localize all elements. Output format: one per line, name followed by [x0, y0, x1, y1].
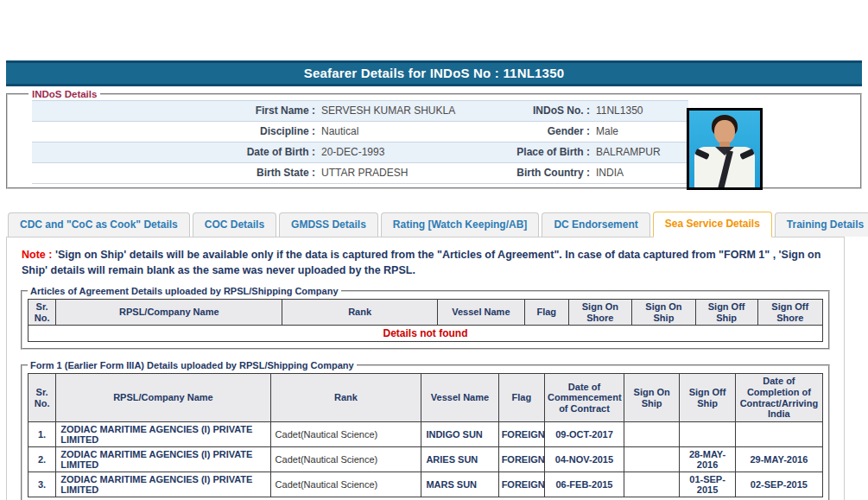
form1-section: Form 1 (Earlier Form IIIA) Details uploa… [21, 360, 830, 500]
column-header: Sign On Shore [568, 300, 632, 326]
indos-details-section: INDoS Details First Name :SERVESH KUMAR … [6, 89, 862, 189]
field-label: Gender : [466, 122, 596, 142]
articles-of-agreement-section: Articles of Agreement Details uploaded b… [21, 286, 830, 350]
table-row: 2.ZODIAC MARITIME AGENCIES (I) PRIVATE L… [29, 446, 823, 472]
indos-row: Discipline :NauticalGender :Male [32, 122, 688, 142]
column-header: Sr. No. [29, 300, 56, 326]
field-value: Nautical [321, 122, 466, 142]
field-value: BALRAMPUR [596, 142, 688, 162]
indos-row: Birth State :UTTAR PRADESHBirth Country … [32, 163, 688, 184]
column-header: RPSL/Company Name [56, 300, 282, 326]
cell-vessel: ARIES SUN [421, 446, 498, 472]
cell-sign-on-ship [624, 421, 679, 446]
cell-commencement: 04-NOV-2015 [544, 446, 624, 472]
cell-completion: 02-SEP-2015 [735, 472, 822, 497]
field-value: SERVESH KUMAR SHUKLA [321, 101, 466, 121]
form1-legend: Form 1 (Earlier Form IIIA) Details uploa… [28, 360, 357, 370]
cell-commencement: 09-OCT-2017 [544, 421, 624, 446]
column-header: Date of Completion of Contract/Arriving … [735, 374, 822, 422]
photo-face [714, 120, 735, 144]
column-header: Rank [270, 374, 421, 422]
indos-row: Date of Birth :20-DEC-1993Place of Birth… [32, 142, 688, 163]
column-header: Rank [282, 300, 437, 326]
cell-sign-off-ship: 01-SEP-2015 [680, 472, 735, 497]
table-row: 1.ZODIAC MARITIME AGENCIES (I) PRIVATE L… [29, 421, 823, 446]
cell-rank: Cadet(Nautical Science) [270, 421, 421, 446]
tab-training[interactable]: Training Details [775, 212, 868, 237]
cell-completion: 29-MAY-2016 [735, 446, 822, 472]
cell-sign-off-ship [680, 421, 735, 446]
field-value: UTTAR PRADESH [321, 163, 466, 183]
note-label: Note : [22, 249, 52, 261]
field-label: Birth State : [32, 163, 321, 183]
field-label: Place of Birth : [466, 142, 596, 162]
cell-flag: FOREIGN [498, 446, 544, 472]
form1-table: Sr. No.RPSL/Company NameRankVessel NameF… [28, 373, 823, 497]
indos-details-legend: INDoS Details [29, 89, 100, 99]
field-value: 11NL1350 [596, 101, 688, 121]
column-header: Sr. No. [29, 374, 56, 422]
cell-rank: Cadet(Nautical Science) [270, 446, 421, 472]
cell-vessel: MARS SUN [421, 472, 498, 497]
column-header: Sign On Ship [624, 374, 679, 422]
tab-sea-service[interactable]: Sea Service Details [653, 212, 772, 237]
cell-company: ZODIAC MARITIME AGENCIES (I) PRIVATE LIM… [56, 446, 270, 472]
table-row: Details not found [29, 326, 823, 342]
header-row: Sr. No.RPSL/Company NameRankVessel NameF… [29, 300, 823, 326]
field-label: Date of Birth : [32, 142, 321, 162]
column-header: Sign Off Ship [695, 300, 757, 326]
tab-dc-endorsement[interactable]: DC Endorsement [542, 212, 649, 237]
cell-sign-off-ship: 28-MAY-2016 [680, 446, 735, 472]
form1-head: Sr. No.RPSL/Company NameRankVessel NameF… [29, 374, 823, 422]
cell-flag: FOREIGN [498, 421, 544, 446]
cell-sr: 1. [29, 421, 56, 446]
cell-commencement: 06-FEB-2015 [544, 472, 624, 497]
cell-company: ZODIAC MARITIME AGENCIES (I) PRIVATE LIM… [56, 472, 270, 497]
cell-flag: FOREIGN [498, 472, 544, 497]
cell-sr: 2. [29, 446, 56, 472]
column-header: Vessel Name [437, 300, 524, 326]
tab-gmdss[interactable]: GMDSS Details [279, 212, 378, 237]
cell-vessel: INDIGO SUN [421, 421, 498, 446]
note-text: Note : 'Sign on Ship' details will be av… [22, 248, 829, 278]
form1-body: 1.ZODIAC MARITIME AGENCIES (I) PRIVATE L… [29, 421, 823, 497]
page-title: Seafarer Details for INDoS No : 11NL1350 [6, 60, 862, 86]
field-label: INDoS No. : [466, 101, 596, 121]
column-header: Flag [498, 374, 544, 422]
tab-cdc-coc-as-cook[interactable]: CDC and "CoC as Cook" Details [8, 212, 190, 237]
field-label: Birth Country : [466, 163, 596, 183]
table-row: 3.ZODIAC MARITIME AGENCIES (I) PRIVATE L… [29, 472, 823, 497]
articles-head: Sr. No.RPSL/Company NameRankVessel NameF… [29, 300, 823, 326]
column-header: Sign Off Shore [757, 300, 823, 326]
details-not-found-message: Details not found [29, 326, 823, 342]
cell-completion [735, 421, 822, 446]
cell-sign-on-ship [624, 446, 679, 472]
seafarer-photo [687, 108, 763, 190]
column-header: Flag [524, 300, 568, 326]
field-value: INDIA [596, 163, 688, 183]
cell-sign-on-ship [624, 472, 679, 497]
field-value: 20-DEC-1993 [321, 142, 466, 162]
column-header: Vessel Name [421, 374, 498, 422]
header-row: Sr. No.RPSL/Company NameRankVessel NameF… [29, 374, 823, 422]
cell-sr: 3. [29, 472, 56, 497]
field-label: First Name : [32, 101, 321, 121]
sea-service-panel: Note : 'Sign on Ship' details will be av… [6, 237, 845, 500]
column-header: Sign On Ship [632, 300, 696, 326]
cell-company: ZODIAC MARITIME AGENCIES (I) PRIVATE LIM… [56, 421, 270, 446]
tab-coc[interactable]: COC Details [193, 212, 276, 237]
tab-rating[interactable]: Rating [Watch Keeping/AB] [381, 212, 540, 237]
column-header: RPSL/Company Name [56, 374, 270, 422]
field-label: Discipline : [32, 122, 321, 142]
articles-table: Sr. No.RPSL/Company NameRankVessel NameF… [28, 299, 823, 342]
indos-rows: First Name :SERVESH KUMAR SHUKLAINDoS No… [32, 100, 688, 184]
column-header: Sign Off Ship [680, 374, 735, 422]
field-value: Male [596, 122, 688, 142]
articles-legend: Articles of Agreement Details uploaded b… [28, 286, 341, 296]
indos-row: First Name :SERVESH KUMAR SHUKLAINDoS No… [32, 101, 688, 122]
tab-bar: CDC and "CoC as Cook" DetailsCOC Details… [8, 212, 868, 237]
column-header: Date of Commencement of Contract [544, 374, 624, 422]
note-body: 'Sign on Ship' details will be available… [22, 249, 820, 276]
cell-rank: Cadet(Nautical Science) [270, 472, 421, 497]
